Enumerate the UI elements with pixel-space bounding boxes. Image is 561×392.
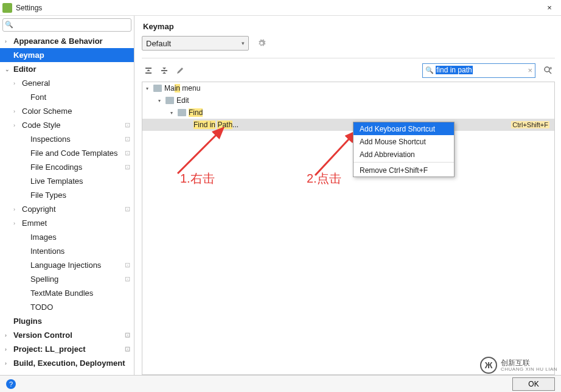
- sidebar-item-label: General: [21, 79, 134, 88]
- divider: [142, 58, 555, 58]
- project-level-icon: ⊡: [125, 121, 130, 129]
- search-icon: 🔍: [425, 66, 434, 74]
- sidebar-item[interactable]: ›Appearance & Behavior: [0, 34, 134, 48]
- find-by-shortcut-icon[interactable]: [542, 64, 555, 77]
- content-pane: Keymap Default ▾ 🔍 find in path ×: [134, 16, 561, 375]
- chevron-icon: ›: [13, 80, 21, 86]
- menu-separator: [354, 162, 454, 163]
- tree-row-edit[interactable]: ▾ Edit: [142, 94, 554, 107]
- sidebar-item[interactable]: ›Code Style⊡: [0, 118, 134, 132]
- ok-button[interactable]: OK: [512, 377, 555, 391]
- tree-label: Find: [189, 108, 203, 117]
- context-menu-item[interactable]: Add Abbreviation: [354, 148, 454, 161]
- sidebar-item[interactable]: TODO: [0, 300, 134, 314]
- pencil-icon[interactable]: [173, 64, 187, 77]
- gear-icon[interactable]: [255, 37, 268, 50]
- sidebar-item[interactable]: Inspections⊡: [0, 132, 134, 146]
- sidebar-item[interactable]: ›Version Control⊡: [0, 328, 134, 342]
- sidebar-item[interactable]: ›Emmet: [0, 216, 134, 230]
- sidebar-item-label: File and Code Templates: [29, 149, 125, 158]
- close-icon[interactable]: ×: [540, 3, 559, 12]
- context-menu-item[interactable]: Add Mouse Shortcut: [354, 135, 454, 148]
- action-tree[interactable]: ▾ Main menu ▾ Edit ▾ Find Find in Path..…: [142, 82, 555, 375]
- sidebar-item-label: TextMate Bundles: [29, 289, 134, 298]
- tree-row-find[interactable]: ▾ Find: [142, 107, 554, 119]
- sidebar-item[interactable]: Font: [0, 90, 134, 104]
- sidebar-item-label: Version Control: [12, 331, 125, 340]
- chevron-icon: ›: [5, 332, 12, 338]
- chevron-icon: ›: [5, 38, 12, 44]
- watermark: Ж 创新互联 CHUANG XIN HU LIAN: [480, 357, 557, 374]
- context-menu-item[interactable]: Remove Ctrl+Shift+F: [354, 164, 454, 177]
- collapse-all-icon[interactable]: [158, 64, 171, 77]
- shortcut-badge: Ctrl+Shift+F: [511, 121, 549, 128]
- expand-all-icon[interactable]: [142, 64, 155, 77]
- sidebar-item[interactable]: File Encodings⊡: [0, 160, 134, 174]
- svg-marker-5: [162, 72, 166, 74]
- sidebar-item-label: TODO: [29, 303, 134, 312]
- sidebar-item-label: Plugins: [12, 317, 134, 326]
- sidebar-item[interactable]: Live Templates: [0, 174, 134, 188]
- chevron-icon: ›: [13, 206, 21, 212]
- svg-point-8: [549, 67, 552, 69]
- project-level-icon: ⊡: [125, 135, 130, 143]
- sidebar-item-label: Spelling: [29, 275, 125, 284]
- svg-point-6: [545, 67, 549, 72]
- sidebar-item[interactable]: ›General: [0, 76, 134, 90]
- sidebar-item[interactable]: File and Code Templates⊡: [0, 146, 134, 160]
- svg-line-7: [549, 71, 551, 74]
- page-title: Keymap: [142, 16, 555, 36]
- project-level-icon: ⊡: [125, 261, 130, 269]
- sidebar-item[interactable]: ›Color Scheme: [0, 104, 134, 118]
- sidebar-item-label: Code Style: [21, 121, 125, 130]
- action-toolbar: 🔍 find in path ×: [142, 63, 555, 78]
- watermark-logo: Ж: [480, 357, 497, 374]
- tree-row-find-in-path[interactable]: Find in Path... Ctrl+Shift+F: [142, 119, 554, 131]
- window-title: Settings: [16, 4, 540, 12]
- chevron-icon: ›: [5, 360, 12, 366]
- context-menu-item[interactable]: Add Keyboard Shortcut: [354, 122, 454, 135]
- sidebar-item[interactable]: File Types: [0, 188, 134, 202]
- sidebar-item[interactable]: Keymap: [0, 48, 134, 62]
- chevron-down-icon: ▾: [158, 98, 166, 103]
- sidebar-item[interactable]: TextMate Bundles: [0, 286, 134, 300]
- titlebar: Settings ×: [0, 0, 561, 16]
- project-level-icon: ⊡: [125, 205, 130, 213]
- settings-tree[interactable]: ›Appearance & BehaviorKeymap⌄Editor›Gene…: [0, 34, 134, 375]
- sidebar-item[interactable]: Images: [0, 230, 134, 244]
- sidebar-item-label: Color Scheme: [21, 107, 134, 116]
- tree-label: Find in Path...: [193, 121, 239, 129]
- sidebar-item[interactable]: ›Build, Execution, Deployment: [0, 356, 134, 370]
- svg-marker-2: [147, 69, 150, 71]
- tree-label: Main menu: [164, 84, 200, 93]
- chevron-icon: ›: [5, 346, 12, 352]
- chevron-icon: ›: [13, 122, 21, 128]
- sidebar-item-label: File Encodings: [29, 163, 125, 172]
- keymap-scheme-select[interactable]: Default ▾: [142, 36, 249, 51]
- chevron-icon: ›: [13, 108, 21, 114]
- sidebar-item-label: Copyright: [21, 205, 125, 214]
- watermark-text: 创新互联: [501, 359, 557, 366]
- sidebar-item[interactable]: ›Copyright⊡: [0, 202, 134, 216]
- footer: ? OK: [0, 375, 561, 392]
- tree-row-main-menu[interactable]: ▾ Main menu: [142, 82, 554, 94]
- context-menu: Add Keyboard ShortcutAdd Mouse ShortcutA…: [353, 122, 455, 177]
- chevron-down-icon: ▾: [170, 110, 178, 116]
- sidebar-item[interactable]: Spelling⊡: [0, 272, 134, 286]
- sidebar-item[interactable]: Language Injections⊡: [0, 258, 134, 272]
- sidebar-item[interactable]: ›Project: LL_project⊡: [0, 342, 134, 356]
- sidebar-item-label: File Types: [29, 191, 134, 200]
- settings-sidebar: 🔍 ›Appearance & BehaviorKeymap⌄Editor›Ge…: [0, 16, 134, 375]
- sidebar-item[interactable]: Intentions: [0, 244, 134, 258]
- sidebar-search-input[interactable]: [2, 18, 131, 32]
- sidebar-item[interactable]: ⌄Editor: [0, 62, 134, 76]
- folder-icon: [166, 97, 174, 104]
- sidebar-item-label: Appearance & Behavior: [12, 37, 134, 46]
- sidebar-item-label: Editor: [12, 65, 134, 74]
- sidebar-item[interactable]: Plugins: [0, 314, 134, 328]
- svg-rect-0: [145, 68, 152, 69]
- search-icon: 🔍: [5, 21, 13, 29]
- help-icon[interactable]: ?: [6, 379, 16, 389]
- clear-icon[interactable]: ×: [528, 66, 532, 75]
- project-level-icon: ⊡: [125, 275, 130, 283]
